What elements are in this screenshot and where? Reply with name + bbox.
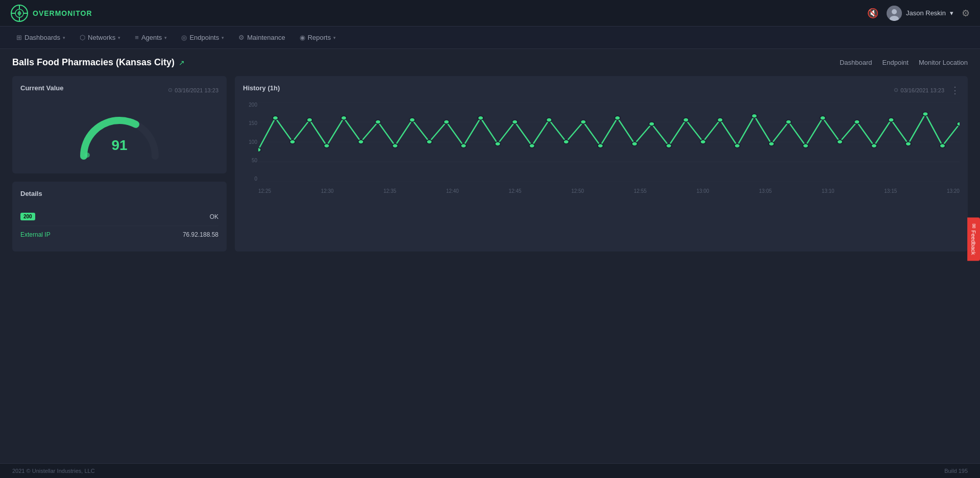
svg-point-20 xyxy=(307,118,312,122)
svg-point-41 xyxy=(666,144,672,148)
x-label-1245: 12:45 xyxy=(509,188,522,194)
history-title: History (1h) xyxy=(243,84,280,92)
page-content: Balls Food Pharmacies (Kansas City) ↗ Da… xyxy=(0,49,980,260)
x-label-1225: 12:25 xyxy=(258,188,271,194)
svg-point-38 xyxy=(615,116,620,120)
details-header: Details xyxy=(20,190,218,202)
x-label-1240: 12:40 xyxy=(446,188,459,194)
clock-icon: ⊙ xyxy=(168,87,173,93)
x-label-1315: 13:15 xyxy=(884,188,897,194)
details-card: Details 200 OK External IP 76.92.188.58 xyxy=(12,182,227,251)
svg-point-54 xyxy=(888,118,894,122)
current-value-header: Current Value ⊙ 03/16/2021 13:23 xyxy=(20,84,218,96)
external-link-icon[interactable]: ↗ xyxy=(179,59,185,67)
menu-item-dashboards[interactable]: ⊞ Dashboards ▾ xyxy=(10,27,71,49)
svg-point-35 xyxy=(564,140,569,144)
x-label-1305: 13:05 xyxy=(759,188,772,194)
svg-point-29 xyxy=(461,144,467,148)
reports-chevron: ▾ xyxy=(333,35,336,40)
agents-icon: ≡ xyxy=(135,34,139,41)
svg-marker-6 xyxy=(17,10,21,16)
logo-area: OVERMONITOR xyxy=(10,4,92,22)
settings-icon[interactable]: ⚙ xyxy=(962,8,970,19)
svg-point-8 xyxy=(892,9,897,14)
menu-label-reports: Reports xyxy=(308,34,331,41)
nav-link-monitor-location[interactable]: Monitor Location xyxy=(919,59,968,66)
main-grid: Current Value ⊙ 03/16/2021 13:23 xyxy=(12,76,968,251)
svg-point-32 xyxy=(512,120,518,124)
svg-point-57 xyxy=(940,144,945,148)
menu-item-reports[interactable]: ◉ Reports ▾ xyxy=(293,27,342,49)
history-menu-button[interactable]: ⋮ xyxy=(950,85,960,96)
svg-point-43 xyxy=(700,140,706,144)
history-header-right: ⊙ 03/16/2021 13:23 ⋮ xyxy=(894,85,960,96)
menu-label-maintenance: Maintenance xyxy=(247,34,285,41)
endpoints-chevron: ▾ xyxy=(222,35,224,40)
user-menu[interactable]: Jason Reskin ▾ xyxy=(887,6,953,21)
logo-text: OVERMONITOR xyxy=(33,9,92,17)
history-timestamp-area: ⊙ 03/16/2021 13:23 xyxy=(894,87,944,93)
menu-label-endpoints: Endpoints xyxy=(189,34,219,41)
menu-label-agents: Agents xyxy=(141,34,162,41)
svg-point-26 xyxy=(409,118,415,122)
svg-point-51 xyxy=(837,140,843,144)
external-ip-label: External IP xyxy=(20,231,51,238)
svg-point-10 xyxy=(85,153,90,158)
left-column: Current Value ⊙ 03/16/2021 13:23 xyxy=(12,76,227,251)
page-title: Balls Food Pharmacies (Kansas City) xyxy=(12,57,175,68)
avatar-image xyxy=(887,6,902,21)
current-value-card: Current Value ⊙ 03/16/2021 13:23 xyxy=(12,76,227,173)
external-ip-value: 76.92.188.58 xyxy=(183,231,218,238)
current-value-timestamp: 03/16/2021 13:23 xyxy=(175,87,218,93)
chart-area: 200 150 100 50 0 xyxy=(243,102,960,194)
menu-item-agents[interactable]: ≡ Agents ▾ xyxy=(129,27,173,49)
svg-point-25 xyxy=(393,144,398,148)
top-nav: OVERMONITOR 🔇 Jason Reskin ▾ ⚙ xyxy=(0,0,980,27)
svg-point-37 xyxy=(598,144,603,148)
svg-point-18 xyxy=(273,116,278,120)
footer: 2021 © Unistellar Industries, LLC Build … xyxy=(0,463,980,478)
mute-icon[interactable]: 🔇 xyxy=(867,8,878,19)
menu-label-networks: Networks xyxy=(88,34,115,41)
svg-point-23 xyxy=(358,140,364,144)
avatar xyxy=(887,6,902,21)
nav-link-dashboard[interactable]: Dashboard xyxy=(840,59,872,66)
svg-point-58 xyxy=(957,122,960,126)
feedback-tab[interactable]: ✉ Feedback xyxy=(967,217,980,261)
current-value-timestamp-area: ⊙ 03/16/2021 13:23 xyxy=(168,87,218,93)
svg-point-47 xyxy=(769,142,774,146)
x-label-1310: 13:10 xyxy=(822,188,835,194)
svg-point-45 xyxy=(734,144,740,148)
y-label-100: 100 xyxy=(243,139,257,145)
svg-point-56 xyxy=(922,112,928,116)
menu-item-networks[interactable]: ⬡ Networks ▾ xyxy=(74,27,127,49)
svg-point-28 xyxy=(444,120,449,124)
nav-link-endpoint[interactable]: Endpoint xyxy=(883,59,909,66)
svg-point-39 xyxy=(632,142,638,146)
svg-point-52 xyxy=(854,120,860,124)
x-label-1230: 12:30 xyxy=(321,188,334,194)
footer-build: Build 195 xyxy=(944,468,968,474)
details-row-ip: External IP 76.92.188.58 xyxy=(20,226,218,243)
page-title-area: Balls Food Pharmacies (Kansas City) ↗ xyxy=(12,57,185,68)
x-label-1250: 12:50 xyxy=(571,188,584,194)
menu-item-endpoints[interactable]: ◎ Endpoints ▾ xyxy=(175,27,230,49)
status-badge: 200 xyxy=(20,213,35,220)
svg-point-22 xyxy=(341,116,347,120)
status-value: OK xyxy=(210,213,218,220)
svg-point-53 xyxy=(871,144,877,148)
networks-chevron: ▾ xyxy=(118,35,120,40)
svg-point-48 xyxy=(786,120,791,124)
history-chart-svg xyxy=(258,102,960,182)
history-clock-icon: ⊙ xyxy=(894,87,898,93)
svg-point-34 xyxy=(546,118,552,122)
history-timestamp: 03/16/2021 13:23 xyxy=(900,87,944,93)
feedback-label: Feedback xyxy=(970,230,976,255)
svg-point-21 xyxy=(324,144,330,148)
svg-point-33 xyxy=(529,144,535,148)
svg-point-50 xyxy=(820,116,825,120)
y-axis-labels: 200 150 100 50 0 xyxy=(243,102,257,182)
menu-item-maintenance[interactable]: ⚙ Maintenance xyxy=(232,27,291,49)
dashboards-icon: ⊞ xyxy=(16,34,22,41)
page-header: Balls Food Pharmacies (Kansas City) ↗ Da… xyxy=(12,57,968,68)
